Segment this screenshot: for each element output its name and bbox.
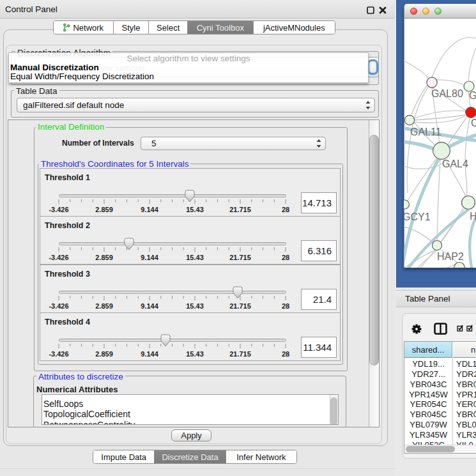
svg-text:GAL80: GAL80 bbox=[431, 88, 463, 99]
svg-text:HAP2: HAP2 bbox=[437, 251, 464, 262]
svg-text:C: C bbox=[471, 118, 476, 128]
svg-text:GAL4: GAL4 bbox=[442, 158, 468, 169]
svg-text:GAL11: GAL11 bbox=[410, 127, 441, 137]
svg-text:GCY1: GCY1 bbox=[404, 211, 431, 222]
svg-text:HI: HI bbox=[470, 211, 476, 222]
svg-text:GA: GA bbox=[469, 90, 476, 101]
